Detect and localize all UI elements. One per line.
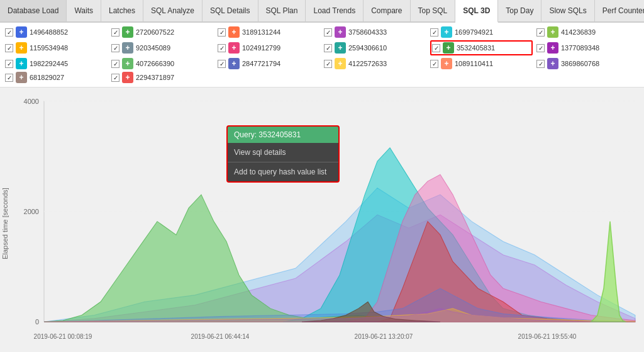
legend-label-l6: 414236839: [561, 28, 596, 36]
legend-item-l17: +1089110411: [430, 58, 533, 69]
legend-color-btn-l7[interactable]: +: [16, 42, 27, 54]
view-sql-details-item[interactable]: View sql details: [228, 143, 338, 162]
legend-color-btn-l6[interactable]: +: [547, 26, 558, 38]
legend-label-l10: 2594306610: [348, 44, 387, 52]
tab-latches[interactable]: Latches: [101, 0, 143, 21]
legend-item-l8: +920345089: [111, 40, 214, 55]
legend-color-btn-l11[interactable]: +: [443, 42, 454, 54]
legend-checkbox-l5[interactable]: [430, 28, 438, 37]
svg-text:2019-06-21 13:20:07: 2019-06-21 13:20:07: [355, 332, 413, 339]
legend-checkbox-l16[interactable]: [324, 60, 332, 68]
legend-checkbox-l4[interactable]: [324, 28, 332, 37]
legend-color-btn-l15[interactable]: +: [228, 58, 240, 69]
tab-bar: Database LoadWaitsLatchesSQL AnalyzeSQL …: [0, 0, 644, 23]
legend-label-l5: 1699794921: [455, 28, 493, 36]
legend-label-l9: 1024912799: [242, 44, 280, 52]
tab-compare[interactable]: Compare: [364, 0, 410, 21]
legend-label-l8: 920345089: [136, 44, 170, 52]
tab-sql-analyze[interactable]: SQL Analyze: [143, 0, 203, 21]
legend-label-l11: 3532405831: [457, 44, 495, 52]
legend-item-l6: +414236839: [536, 26, 639, 38]
legend-checkbox-l18[interactable]: [536, 60, 545, 68]
legend-item-l5: +1699794921: [430, 26, 533, 38]
legend-checkbox-l14[interactable]: [111, 60, 119, 68]
tab-waits[interactable]: Waits: [67, 0, 101, 21]
legend-label-l18: 3869860768: [561, 60, 599, 67]
legend-checkbox-l20[interactable]: [111, 74, 119, 82]
legend-item-l10: +2594306610: [324, 40, 426, 55]
context-menu-header: Query: 3532405831: [228, 127, 338, 143]
legend-checkbox-l11[interactable]: [432, 44, 440, 52]
legend-color-btn-l13[interactable]: +: [16, 58, 27, 69]
tab-sql-3d[interactable]: SQL 3D: [455, 0, 498, 23]
legend-item-l7: +1159534948: [5, 40, 108, 55]
legend-color-btn-l10[interactable]: +: [335, 42, 346, 54]
legend-color-btn-l3[interactable]: +: [228, 26, 240, 38]
legend-label-l15: 2847721794: [242, 60, 280, 67]
legend-checkbox-l10[interactable]: [324, 44, 332, 52]
legend-label-l19: 681829027: [30, 74, 64, 81]
tab-load-trends[interactable]: Load Trends: [306, 0, 364, 21]
legend-checkbox-l2[interactable]: [111, 28, 119, 37]
legend-color-btn-l4[interactable]: +: [335, 26, 346, 38]
legend-item-l11: +3532405831: [430, 40, 533, 55]
legend-label-l20: 2294371897: [136, 74, 174, 81]
svg-text:4000: 4000: [24, 97, 39, 105]
legend-item-l9: +1024912799: [218, 40, 320, 55]
legend-checkbox-l12[interactable]: [536, 44, 545, 52]
legend-checkbox-l19[interactable]: [5, 74, 13, 82]
tab-top-day[interactable]: Top Day: [498, 0, 541, 21]
legend-color-btn-l2[interactable]: +: [122, 26, 133, 38]
legend-color-btn-l18[interactable]: +: [547, 58, 558, 69]
legend-color-btn-l9[interactable]: +: [228, 42, 240, 54]
legend-checkbox-l3[interactable]: [218, 28, 226, 37]
add-hash-value-item[interactable]: Add to query hash value list: [228, 162, 338, 181]
legend-color-btn-l20[interactable]: +: [122, 72, 133, 83]
legend-label-l4: 3758604333: [348, 28, 387, 36]
legend-item-l4: +3758604333: [324, 26, 426, 38]
legend-label-l1: 1496488852: [30, 28, 68, 36]
legend-area: +1496488852+2720607522+3189131244+375860…: [0, 23, 644, 88]
legend-checkbox-l13[interactable]: [5, 60, 13, 68]
legend-checkbox-l8[interactable]: [111, 44, 119, 52]
legend-color-btn-l12[interactable]: +: [547, 42, 558, 54]
legend-checkbox-l17[interactable]: [430, 60, 438, 68]
legend-color-btn-l17[interactable]: +: [441, 58, 452, 69]
legend-checkbox-l6[interactable]: [536, 28, 545, 37]
tab-top-sql[interactable]: Top SQL: [411, 0, 456, 21]
legend-label-l16: 4122572633: [348, 60, 387, 67]
legend-color-btn-l8[interactable]: +: [122, 42, 133, 54]
legend-item-l19: +681829027: [5, 72, 108, 83]
legend-item-l18: +3869860768: [536, 58, 639, 69]
svg-text:2019-06-21 19:55:40: 2019-06-21 19:55:40: [518, 332, 577, 339]
legend-item-l16: +4122572633: [324, 58, 426, 69]
legend-color-btn-l16[interactable]: +: [335, 58, 346, 69]
main-content: +1496488852+2720607522+3189131244+375860…: [0, 23, 644, 352]
tab-sql-details[interactable]: SQL Details: [203, 0, 258, 21]
tab-database-load[interactable]: Database Load: [0, 0, 67, 21]
legend-label-l17: 1089110411: [455, 60, 493, 67]
legend-item-l12: +1377089348: [536, 40, 639, 55]
legend-color-btn-l1[interactable]: +: [16, 26, 27, 38]
legend-checkbox-l7[interactable]: [5, 44, 13, 52]
legend-checkbox-l9[interactable]: [218, 44, 226, 52]
legend-item-l1: +1496488852: [5, 26, 108, 38]
legend-item-l2: +2720607522: [111, 26, 214, 38]
legend-item-l14: +4072666390: [111, 58, 214, 69]
legend-checkbox-l15[interactable]: [218, 60, 226, 68]
legend-label-l3: 3189131244: [242, 28, 280, 36]
legend-checkbox-l1[interactable]: [5, 28, 13, 37]
tab-perf-counters[interactable]: Perf Counters: [595, 0, 644, 21]
legend-color-btn-l5[interactable]: +: [441, 26, 452, 38]
svg-text:2019-06-21 06:44:14: 2019-06-21 06:44:14: [191, 332, 250, 339]
svg-text:2019-06-21 00:08:19: 2019-06-21 00:08:19: [34, 332, 92, 339]
legend-color-btn-l14[interactable]: +: [122, 58, 133, 69]
tab-slow-sqls[interactable]: Slow SQLs: [541, 0, 594, 21]
legend-item-l3: +3189131244: [218, 26, 320, 38]
svg-text:0: 0: [35, 318, 39, 326]
context-menu: Query: 3532405831 View sql details Add t…: [226, 125, 340, 183]
legend-color-btn-l19[interactable]: +: [16, 72, 27, 83]
svg-text:2000: 2000: [24, 208, 39, 215]
tab-sql-plan[interactable]: SQL Plan: [258, 0, 306, 21]
y-axis-label: Elapsed time [seconds]: [1, 188, 9, 259]
